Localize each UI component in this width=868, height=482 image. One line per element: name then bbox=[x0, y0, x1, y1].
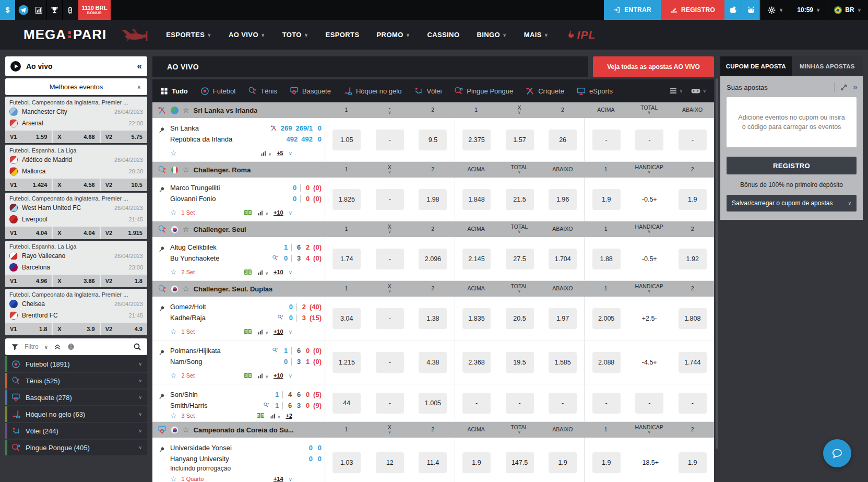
odds-button[interactable]: - bbox=[376, 249, 404, 269]
nav-item-mais[interactable]: MAIS∨ bbox=[524, 31, 549, 39]
favorite-star-icon[interactable]: ☆ bbox=[183, 225, 189, 233]
odds-button[interactable]: 1.835 bbox=[462, 308, 491, 329]
odds-button[interactable]: 1.215 bbox=[332, 352, 361, 373]
statistics-icon[interactable]: ∨ bbox=[270, 413, 281, 419]
collapse-all-icon[interactable] bbox=[54, 343, 61, 350]
odds-button[interactable]: 1.98 bbox=[419, 189, 447, 210]
favorite-star-icon[interactable]: ☆ bbox=[170, 371, 177, 380]
betslip-register-button[interactable]: REGISTRO bbox=[727, 157, 857, 174]
team-name[interactable]: Bu Yunchaokete bbox=[170, 254, 272, 262]
odds-button[interactable]: 1.92 bbox=[679, 249, 707, 269]
nav-item-esports[interactable]: ESPORTS bbox=[326, 31, 360, 39]
save-load-coupon-dropdown[interactable]: Salvar/carregar o cupom de apostas∨ bbox=[727, 195, 857, 211]
statistics-icon[interactable]: ∨ bbox=[260, 150, 271, 157]
collapse-betslip-icon[interactable]: » bbox=[853, 83, 857, 92]
odds-button[interactable]: 11.4 bbox=[419, 452, 447, 473]
odds-button[interactable]: 1.704 bbox=[549, 249, 577, 269]
odds-button[interactable]: - bbox=[376, 308, 404, 329]
team-name[interactable]: Hanyang University bbox=[170, 455, 307, 463]
team-name[interactable]: Smith/Harris bbox=[170, 402, 263, 409]
time-dropdown[interactable]: 10:59∨ bbox=[790, 0, 827, 20]
more-markets-link[interactable]: +10 bbox=[274, 372, 283, 379]
expand-row-icon[interactable]: ∨ bbox=[289, 329, 292, 335]
odd-x[interactable]: X3.86 bbox=[53, 275, 99, 287]
team-name[interactable]: Nam/Song bbox=[170, 358, 282, 366]
odds-button[interactable]: 1.808 bbox=[679, 308, 707, 329]
odds-button[interactable]: 1.38 bbox=[419, 308, 447, 329]
odds-button[interactable]: - bbox=[679, 393, 707, 414]
telegram-tile[interactable] bbox=[16, 0, 31, 20]
sidebar-match-card[interactable]: Futebol. Campeonato da Inglaterra. Premi… bbox=[5, 193, 147, 239]
pin-icon[interactable] bbox=[158, 245, 165, 253]
team-name[interactable]: Universidade Yonsei bbox=[170, 444, 307, 452]
more-markets-link[interactable]: +10 bbox=[274, 269, 283, 275]
odds-button[interactable]: 147.5 bbox=[506, 452, 534, 473]
team-name[interactable]: Kadhe/Raja bbox=[170, 314, 277, 322]
crypto-tile[interactable] bbox=[63, 0, 78, 20]
odds-button[interactable]: 19.5 bbox=[506, 352, 534, 373]
pin-icon[interactable] bbox=[158, 126, 165, 134]
pin-icon[interactable] bbox=[158, 305, 165, 313]
odd-v2[interactable]: V25.75 bbox=[101, 131, 147, 143]
sidebar-item-hockey[interactable]: Hóquei no gelo (63)∨ bbox=[5, 406, 147, 422]
favorite-star-icon[interactable]: ☆ bbox=[183, 426, 189, 434]
collapse-sidebar-icon[interactable]: « bbox=[137, 61, 142, 72]
odd-v2[interactable]: V24.9 bbox=[101, 323, 147, 335]
tab-basquete[interactable]: Basquete bbox=[290, 87, 331, 96]
favorite-star-icon[interactable]: ☆ bbox=[183, 285, 189, 293]
favorite-star-icon[interactable]: ☆ bbox=[170, 149, 177, 157]
statistics-icon[interactable]: ∨ bbox=[257, 269, 268, 276]
statistics-tile[interactable] bbox=[31, 0, 47, 20]
odds-button[interactable]: - bbox=[376, 393, 404, 414]
nav-item-bingo[interactable]: BINGO∨ bbox=[477, 31, 506, 39]
favorite-star-icon[interactable]: ☆ bbox=[183, 166, 189, 174]
pin-icon[interactable] bbox=[158, 186, 165, 194]
tab-esports[interactable]: eSports bbox=[577, 87, 613, 96]
sidebar-item-volley[interactable]: Vôlei (244)∨ bbox=[5, 423, 147, 439]
odds-button[interactable]: 1.825 bbox=[332, 189, 361, 210]
sidebar-item-pingpong[interactable]: Pingue Pongue (405)∨ bbox=[5, 440, 147, 455]
esports-filter-button[interactable]: ∨ bbox=[691, 86, 706, 96]
tab-tudo[interactable]: Tudo bbox=[160, 87, 188, 95]
odd-v2[interactable]: V21.915 bbox=[101, 227, 147, 239]
expand-row-icon[interactable]: ∨ bbox=[289, 373, 292, 379]
odds-button[interactable]: 1.9 bbox=[679, 189, 707, 210]
odds-button[interactable]: - bbox=[592, 393, 621, 414]
odd-v1[interactable]: V11.424 bbox=[5, 179, 52, 191]
odds-button[interactable]: - bbox=[376, 189, 404, 210]
statistics-icon[interactable]: ∨ bbox=[257, 372, 268, 379]
tab-futebol[interactable]: Futebol bbox=[200, 87, 235, 96]
odds-button[interactable]: - bbox=[635, 393, 663, 414]
ios-app-button[interactable] bbox=[724, 0, 742, 20]
odd-v2[interactable]: V210.5 bbox=[101, 179, 147, 191]
best-events-header[interactable]: Melhores eventos ∧ bbox=[5, 78, 147, 95]
odds-button[interactable]: - bbox=[376, 130, 404, 150]
nav-item-ao-vivo[interactable]: AO VIVO∨ bbox=[229, 31, 265, 39]
odd-v1[interactable]: V11.59 bbox=[5, 131, 52, 143]
live-chat-button[interactable] bbox=[823, 439, 851, 467]
statistics-icon[interactable]: ∨ bbox=[257, 209, 268, 216]
more-markets-link[interactable]: +10 bbox=[274, 209, 283, 216]
bonus-button[interactable]: 1110 BRL BÔNUS bbox=[78, 0, 111, 20]
tab-my-bets[interactable]: MINHAS APOSTAS bbox=[792, 56, 863, 76]
settings-dropdown[interactable]: ∨ bbox=[760, 0, 790, 20]
odds-button[interactable]: 1.9 bbox=[592, 452, 621, 473]
pin-icon[interactable] bbox=[158, 446, 165, 454]
odds-button[interactable]: - bbox=[679, 130, 707, 150]
nav-item-toto[interactable]: TOTO∨ bbox=[282, 31, 308, 39]
favorite-star-icon[interactable]: ☆ bbox=[170, 268, 177, 276]
expand-row-icon[interactable]: ∨ bbox=[289, 476, 292, 482]
odds-button[interactable]: 1.03 bbox=[332, 452, 361, 473]
favorite-star-icon[interactable]: ☆ bbox=[170, 475, 177, 482]
team-name[interactable]: Marco Trungelliti bbox=[170, 184, 291, 192]
tab-pingue-pongue[interactable]: Pingue Pongue bbox=[454, 87, 513, 96]
odds-button[interactable]: 1.585 bbox=[549, 352, 577, 373]
odd-x[interactable]: X3.9 bbox=[53, 323, 99, 335]
tab-críquete[interactable]: Críquete bbox=[526, 87, 564, 96]
sidebar-match-card[interactable]: Futebol. Campeonato da Inglaterra. Premi… bbox=[5, 289, 147, 335]
team-name[interactable]: Polmans/Hijikata bbox=[170, 347, 272, 355]
odds-button[interactable]: 2.145 bbox=[462, 249, 491, 269]
expand-icon[interactable] bbox=[840, 84, 848, 91]
all-live-bets-button[interactable]: Veja todas as apostas AO VIVO bbox=[593, 56, 714, 77]
odds-button[interactable]: 2.096 bbox=[419, 249, 447, 269]
